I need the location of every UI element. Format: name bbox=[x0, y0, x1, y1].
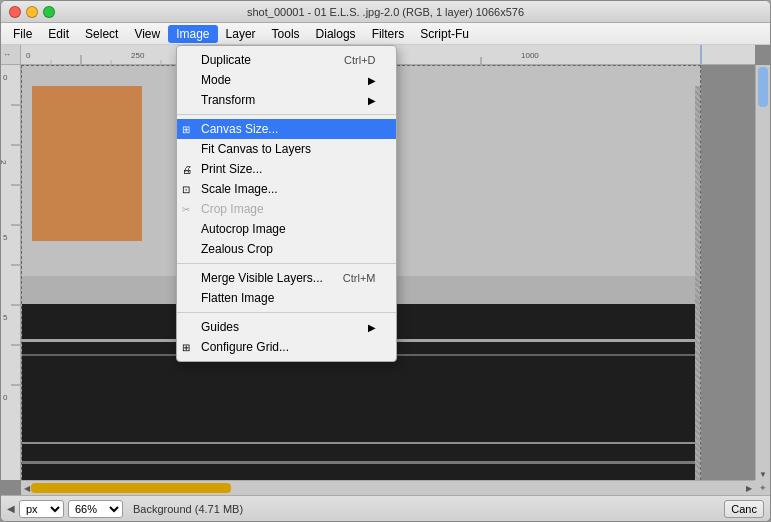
svg-text:5: 5 bbox=[3, 313, 8, 322]
scrollbar-corner: ✦ bbox=[755, 480, 770, 495]
menu-item-flatten[interactable]: Flatten Image bbox=[177, 288, 396, 308]
svg-text:2: 2 bbox=[1, 160, 8, 165]
cancel-button[interactable]: Canc bbox=[724, 500, 764, 518]
unit-select[interactable]: px mm cm in bbox=[19, 500, 64, 518]
image-dropdown-menu: Duplicate Ctrl+D Mode ▶ Transform ▶ bbox=[176, 45, 397, 362]
scroll-thumb-vertical[interactable] bbox=[758, 67, 768, 107]
menu-item-crop-image-wrap: ✂ Crop Image bbox=[177, 199, 396, 219]
window-title: shot_00001 - 01 E.L.S. .jpg-2.0 (RGB, 1 … bbox=[247, 6, 524, 18]
menu-separator-2 bbox=[177, 263, 396, 264]
scroll-right-btn[interactable]: ▶ bbox=[743, 481, 755, 495]
menu-item-canvas-size-wrap: ⊞ Canvas Size... bbox=[177, 119, 396, 139]
menu-separator-3 bbox=[177, 312, 396, 313]
scrollbar-horizontal[interactable]: ◀ ▶ bbox=[21, 480, 755, 495]
menu-image[interactable]: Image bbox=[168, 25, 217, 43]
svg-rect-17 bbox=[1, 65, 21, 480]
print-size-icon: 🖨 bbox=[182, 164, 192, 175]
ruler-v-svg: 0 2 5 5 0 bbox=[1, 65, 21, 480]
menu-item-autocrop[interactable]: Autocrop Image bbox=[177, 219, 396, 239]
canvas-edge bbox=[695, 86, 700, 480]
menu-item-configure-grid-wrap: ⊞ Configure Grid... bbox=[177, 337, 396, 357]
road-line-4 bbox=[22, 461, 700, 464]
ruler-vertical: 0 2 5 5 0 bbox=[1, 65, 21, 480]
menu-item-transform-wrap: Transform ▶ bbox=[177, 90, 396, 110]
menu-item-configure-grid[interactable]: ⊞ Configure Grid... bbox=[177, 337, 396, 357]
menu-item-autocrop-wrap: Autocrop Image bbox=[177, 219, 396, 239]
bottom-bar: ◀ px mm cm in 25% 50% 66% 75% 100% Backg… bbox=[1, 495, 770, 521]
menu-layer[interactable]: Layer bbox=[218, 25, 264, 43]
svg-text:250: 250 bbox=[131, 51, 145, 60]
window-controls bbox=[9, 6, 55, 18]
title-bar: shot_00001 - 01 E.L.S. .jpg-2.0 (RGB, 1 … bbox=[1, 1, 770, 23]
menu-item-flatten-wrap: Flatten Image bbox=[177, 288, 396, 308]
svg-text:0: 0 bbox=[26, 51, 31, 60]
menu-item-mode-wrap: Mode ▶ bbox=[177, 70, 396, 90]
menu-dialogs[interactable]: Dialogs bbox=[308, 25, 364, 43]
crop-image-icon: ✂ bbox=[182, 204, 190, 215]
menu-item-transform[interactable]: Transform ▶ bbox=[177, 90, 396, 110]
svg-text:0: 0 bbox=[3, 393, 8, 402]
menu-item-canvas-size[interactable]: ⊞ Canvas Size... bbox=[177, 119, 396, 139]
menu-item-duplicate[interactable]: Duplicate Ctrl+D bbox=[177, 50, 396, 70]
menu-view[interactable]: View bbox=[126, 25, 168, 43]
menu-item-zealous-crop-wrap: Zealous Crop bbox=[177, 239, 396, 259]
menu-bar: File Edit Select View Image Layer Tools … bbox=[1, 23, 770, 45]
scroll-thumb-horizontal[interactable] bbox=[31, 483, 231, 493]
scroll-down-btn[interactable]: ▼ bbox=[756, 468, 770, 480]
canvas-size-icon: ⊞ bbox=[182, 124, 190, 135]
configure-grid-icon: ⊞ bbox=[182, 342, 190, 353]
menu-edit[interactable]: Edit bbox=[40, 25, 77, 43]
status-text: Background (4.71 MB) bbox=[127, 503, 720, 515]
road-line-3 bbox=[22, 442, 700, 444]
canvas-subject bbox=[32, 86, 142, 241]
menu-file[interactable]: File bbox=[5, 25, 40, 43]
menu-item-print-size-wrap: 🖨 Print Size... bbox=[177, 159, 396, 179]
svg-text:0: 0 bbox=[3, 73, 8, 82]
minimize-button[interactable] bbox=[26, 6, 38, 18]
maximize-button[interactable] bbox=[43, 6, 55, 18]
menu-select[interactable]: Select bbox=[77, 25, 126, 43]
menu-item-print-size[interactable]: 🖨 Print Size... bbox=[177, 159, 396, 179]
menu-scriptfu[interactable]: Script-Fu bbox=[412, 25, 477, 43]
menu-item-scale-image[interactable]: ⊡ Scale Image... bbox=[177, 179, 396, 199]
svg-text:1000: 1000 bbox=[521, 51, 539, 60]
menu-item-zealous-crop[interactable]: Zealous Crop bbox=[177, 239, 396, 259]
close-button[interactable] bbox=[9, 6, 21, 18]
svg-text:5: 5 bbox=[3, 233, 8, 242]
scale-image-icon: ⊡ bbox=[182, 184, 190, 195]
ruler-corner: ↔ bbox=[1, 45, 21, 65]
menu-item-scale-image-wrap: ⊡ Scale Image... bbox=[177, 179, 396, 199]
menu-tools[interactable]: Tools bbox=[264, 25, 308, 43]
main-window: shot_00001 - 01 E.L.S. .jpg-2.0 (RGB, 1 … bbox=[0, 0, 771, 522]
nav-prev-icon[interactable]: ◀ bbox=[7, 503, 15, 514]
menu-item-guides[interactable]: Guides ▶ bbox=[177, 317, 396, 337]
menu-filters[interactable]: Filters bbox=[364, 25, 413, 43]
menu-item-mode[interactable]: Mode ▶ bbox=[177, 70, 396, 90]
menu-item-merge-layers-wrap: Merge Visible Layers... Ctrl+M bbox=[177, 268, 396, 288]
zoom-select[interactable]: 25% 50% 66% 75% 100% bbox=[68, 500, 123, 518]
menu-item-merge-layers[interactable]: Merge Visible Layers... Ctrl+M bbox=[177, 268, 396, 288]
menu-item-duplicate-wrap: Duplicate Ctrl+D bbox=[177, 50, 396, 70]
menu-separator-1 bbox=[177, 114, 396, 115]
menu-item-guides-wrap: Guides ▶ bbox=[177, 317, 396, 337]
menu-item-crop-image: ✂ Crop Image bbox=[177, 199, 396, 219]
menu-item-fit-canvas[interactable]: Fit Canvas to Layers bbox=[177, 139, 396, 159]
scrollbar-vertical[interactable]: ▲ ▼ bbox=[755, 65, 770, 480]
menu-item-fit-canvas-wrap: Fit Canvas to Layers bbox=[177, 139, 396, 159]
